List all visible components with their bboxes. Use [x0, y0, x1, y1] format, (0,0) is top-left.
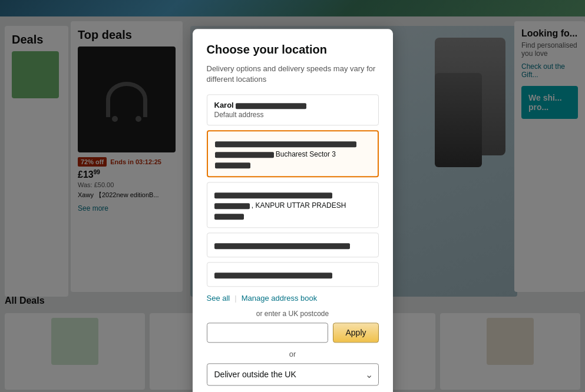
address-state-3: KANPUR UTTAR PRADESH — [256, 202, 346, 210]
postcode-label: or enter a UK postcode — [207, 310, 379, 318]
location-modal: Choose your location Delivery options an… — [193, 29, 393, 392]
apply-button[interactable]: Apply — [333, 323, 378, 343]
address-redacted-2c — [215, 163, 250, 169]
address-redacted-3a — [214, 193, 332, 199]
address-card-3[interactable]: , KANPUR UTTAR PRADESH — [207, 182, 379, 228]
address-detail-3: , KANPUR UTTAR PRADESH — [214, 190, 371, 222]
address-detail-4 — [214, 241, 371, 251]
postcode-row: Apply — [207, 323, 379, 343]
address-links-row: See all | Manage address book — [207, 294, 379, 303]
address-redacted-2b — [215, 152, 274, 158]
link-divider: | — [234, 294, 236, 303]
address-card-1[interactable]: Karol Default address — [207, 95, 379, 126]
address-redacted-3c — [214, 214, 244, 220]
postcode-input[interactable] — [207, 323, 329, 343]
manage-address-link[interactable]: Manage address book — [242, 294, 318, 303]
address-card-2[interactable]: Bucharest Sector 3 — [207, 131, 379, 178]
modal-subtitle: Delivery options and delivery speeds may… — [207, 64, 379, 85]
address-redacted-5 — [214, 273, 332, 279]
modal-title: Choose your location — [207, 43, 379, 57]
deliver-outside-wrapper[interactable]: Deliver outside the UK International shi… — [207, 364, 379, 386]
address-city-3: , — [252, 202, 256, 210]
address-redacted-4 — [214, 244, 350, 250]
address-card-5[interactable] — [207, 263, 379, 287]
or-divider: or — [207, 350, 379, 359]
deliver-outside-select[interactable]: Deliver outside the UK International shi… — [207, 364, 379, 386]
address-label-1: Default address — [214, 111, 371, 119]
address-redacted-1 — [236, 103, 306, 109]
address-name-1: Karol — [214, 101, 371, 110]
address-city-2: Bucharest Sector 3 — [276, 151, 336, 159]
address-redacted-3b — [214, 204, 250, 210]
address-detail-5 — [214, 270, 371, 281]
address-redacted-2a — [215, 142, 356, 148]
address-card-4[interactable] — [207, 233, 379, 258]
see-all-link[interactable]: See all — [207, 294, 230, 303]
address-detail-2: Bucharest Sector 3 — [215, 139, 371, 171]
